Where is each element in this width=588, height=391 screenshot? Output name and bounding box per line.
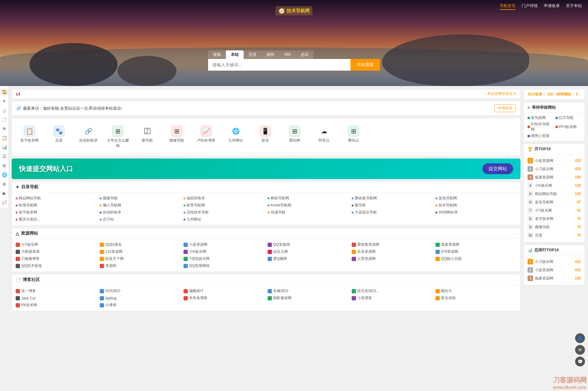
resource-item[interactable]: 爱收集资源网 (352, 242, 433, 247)
blog-item[interactable]: Jack Cui (16, 295, 97, 301)
featured-site-item[interactable]: 🔗 自动秒收录 (75, 124, 102, 150)
directory-link[interactable]: 蓝色导航网 (435, 196, 516, 201)
directory-link[interactable]: 大蓝娱乐导航 (352, 210, 433, 215)
blog-item[interactable]: 冬楠SEO (268, 288, 349, 294)
featured-site-item[interactable]: ☁ 阿里云 (310, 124, 338, 150)
directory-link[interactable]: 百万站 (100, 217, 181, 222)
resource-item[interactable]: 仙豆儿网 (268, 249, 349, 254)
resource-item[interactable]: 刀魅魅博客 (16, 256, 97, 261)
apply-button[interactable]: 申请收录 (494, 104, 516, 112)
resource-item[interactable]: 小蓝资源网 (184, 242, 265, 247)
featured-site-item[interactable]: 📈 卢松松博客 (192, 124, 220, 150)
monthly-top10-item[interactable]: 8 老字收录网 76 (528, 215, 581, 223)
tab-bing[interactable]: 必应 (296, 50, 314, 59)
featured-site-item[interactable]: 📱 新浪 (251, 124, 279, 150)
featured-site-item[interactable]: ⊞ 大学生怎么赚钱 (104, 124, 132, 150)
monthly-top10-item[interactable]: 4 小K娱乐网 129 (528, 182, 581, 190)
sidebar-icon-grid[interactable]: ⊞ (1, 162, 8, 169)
pending-site-item[interactable]: 菜鸟源网 (528, 115, 553, 120)
sidebar-icon-globe[interactable]: 🌐 (1, 171, 8, 178)
blog-item[interactable]: 米奔鱼博客 (184, 295, 265, 301)
directory-link[interactable]: 老字收录网 (16, 210, 97, 215)
featured-site-item[interactable]: 📋 老字收录网 (16, 124, 43, 150)
monthly-top10-item[interactable]: 1 小蓝资源网 432 (528, 157, 581, 165)
nav-about[interactable]: 关于本站 (566, 3, 582, 10)
directory-link[interactable]: 技术导航网 (435, 203, 516, 208)
blog-item[interactable]: 代代SEO (100, 288, 181, 294)
blog-item[interactable]: 淡一博客 (16, 288, 97, 294)
blog-item[interactable]: Apibug (100, 295, 181, 301)
banner-button[interactable]: 提交网站 (482, 163, 513, 174)
directory-link[interactable]: 精品网站导航 (16, 196, 97, 201)
directory-link[interactable]: 自动秒收录 (100, 210, 181, 215)
tab-360[interactable]: 360 (279, 50, 296, 59)
blogs-more[interactable]: ··· (513, 278, 516, 282)
resource-item[interactable]: 7优悦娱乐网 (184, 256, 265, 261)
resource-item[interactable]: 疯废资源网 (435, 242, 516, 247)
resource-item[interactable]: QQ皇族馆 (268, 242, 349, 247)
featured-site-item[interactable]: 🅉 聚导航 (133, 124, 161, 150)
sidebar-icon-play[interactable]: ▶ (1, 190, 8, 197)
sidebar-icon-res[interactable]: △ (1, 107, 8, 114)
featured-site-item[interactable]: ⊞ 爱站网 (281, 124, 308, 150)
directory-more[interactable]: ··· (513, 185, 516, 189)
submit-banner[interactable]: 快速提交网站入口 提交网站 (12, 158, 520, 179)
directory-link[interactable]: 聚收集导航网 (352, 196, 433, 201)
resource-item[interactable]: 678资源网 (435, 249, 516, 254)
tab-search[interactable]: 搜索 (208, 50, 226, 59)
resource-item[interactable]: 钻皇天下网 (100, 256, 181, 261)
featured-site-item[interactable]: 🌐 九州网址 (222, 124, 250, 150)
blog-item[interactable]: 嗯在今 (435, 288, 516, 294)
total-top10-item[interactable]: 1 小刀娱乐网 432 (528, 258, 581, 266)
directory-link[interactable]: 树枝导航网 (268, 196, 349, 201)
resource-item[interactable]: QQ思维网络 (184, 263, 265, 268)
sidebar-icon-home[interactable]: 🏠 (1, 88, 8, 96)
directory-link[interactable]: 动漫导航 (268, 210, 349, 215)
total-top10-item[interactable]: 2 小蓝资源网 432 (528, 266, 581, 274)
monthly-top10-item[interactable]: 7 小7娱乐网 91 (528, 206, 581, 215)
sidebar-icon-menu[interactable]: ☰ (1, 153, 8, 160)
announce-link[interactable]: 本站免费收录名大 (487, 91, 516, 96)
monthly-top10-item[interactable]: 3 疯废资源网 190 (528, 173, 581, 182)
featured-site-item[interactable]: 🐾 百度 (45, 124, 73, 150)
resources-more[interactable]: ··· (513, 231, 516, 236)
sidebar-icon-star[interactable]: ❄ (1, 125, 8, 132)
directory-link[interactable]: 微微导航 (100, 196, 181, 201)
sidebar-icon-trend[interactable]: 📈 (1, 199, 8, 206)
sidebar-icon-add[interactable]: ⊕ (1, 180, 8, 188)
monthly-top10-item[interactable]: 2 小刀娱乐网 432 (528, 165, 581, 173)
pending-site-item[interactable]: PPJ收录网 (555, 122, 581, 132)
directory-link[interactable]: 聚导航 (352, 203, 433, 208)
resource-item[interactable]: QQ核心乐园 (435, 256, 516, 261)
directory-link[interactable]: 涵应秒收录 (184, 196, 265, 201)
blog-item[interactable]: 编糯使IT (184, 288, 265, 294)
blog-item[interactable]: PK技术网 (16, 303, 97, 308)
resource-item[interactable]: 小7娱乐网 (16, 242, 97, 247)
monthly-top10-item[interactable]: 6 蓝色导航网 97 (528, 198, 581, 206)
resource-item[interactable]: 大刚源资源 (16, 249, 97, 254)
sidebar-icon-nav[interactable]: ✈ (1, 97, 8, 105)
blog-item[interactable]: 小博博 (100, 303, 181, 308)
nav-submit[interactable]: 申请收录 (544, 3, 560, 10)
pending-site-item[interactable]: 亿万导航 (555, 115, 581, 120)
directory-link[interactable]: 重庆分类目... (16, 217, 97, 222)
directory-link[interactable]: 0430网站库 (435, 210, 516, 215)
blog-item[interactable]: 段文杰SEO... (352, 288, 433, 294)
resource-item[interactable]: 小K娱乐网 (184, 249, 265, 254)
sidebar-icon-blog[interactable]: 📄 (1, 116, 8, 123)
directory-link[interactable]: Kome导航网 (268, 203, 349, 208)
directory-link[interactable]: 九州网址 (184, 217, 265, 222)
directory-link[interactable]: 启悦技术导航 (184, 210, 265, 215)
blog-item[interactable]: 客伍传统 (435, 295, 516, 301)
tab-baidu[interactable]: 百度 (244, 50, 261, 59)
resource-item[interactable]: 吉圣资源网 (352, 249, 433, 254)
resource-item[interactable]: 云享资源网 (352, 256, 433, 261)
pending-site-item[interactable]: 潮男心资源 (528, 133, 553, 139)
total-top10-item[interactable]: 3 疯废资源网 190 (528, 274, 581, 283)
blog-item[interactable]: 小君博客 (352, 295, 433, 301)
pending-site-item[interactable]: 97站长导航网 (528, 122, 553, 132)
blog-item[interactable]: 朝影素材网 (268, 295, 349, 301)
resource-item[interactable]: 爱Q搬网 (268, 256, 349, 261)
monthly-top10-item[interactable]: 9 微微导航 70 (528, 223, 581, 231)
sidebar-icon-chart[interactable]: 📊 (1, 143, 8, 151)
